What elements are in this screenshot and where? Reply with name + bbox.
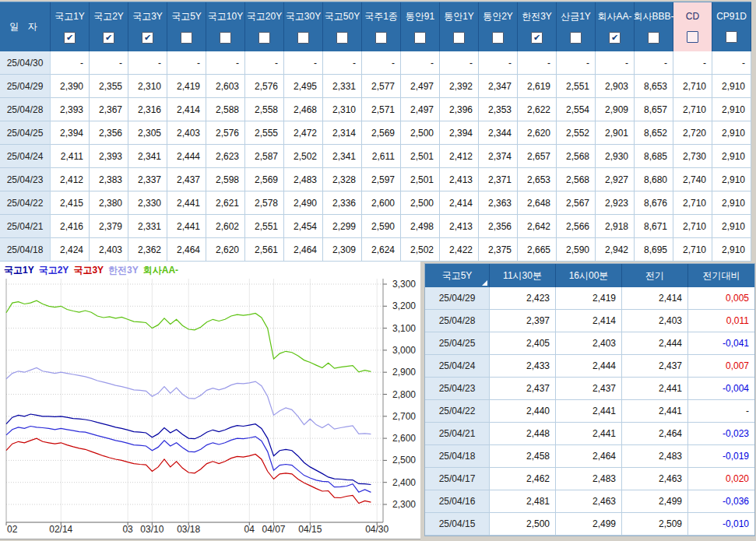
column-checkbox[interactable]	[297, 32, 309, 44]
column-checkbox[interactable]	[648, 32, 659, 44]
column-label: 국고5Y	[171, 10, 202, 23]
series-select-header[interactable]: 국고5Y	[425, 264, 490, 287]
header-col-7[interactable]: 국고30Y	[284, 2, 323, 51]
value-cell: 2,901	[596, 121, 635, 145]
detail-value-cell: 2,499	[622, 490, 688, 513]
header-col-5[interactable]: 국고10Y	[206, 2, 245, 51]
value-cell: -	[635, 51, 673, 75]
header-col-10[interactable]: 통안91	[401, 2, 440, 51]
value-cell: 2,411	[51, 145, 90, 168]
value-cell: 2,710	[673, 75, 712, 98]
detail-value-cell: 2,437	[622, 355, 688, 378]
column-checkbox[interactable]: ✔	[103, 32, 114, 44]
detail-row: 25/04/232,4372,4372,441-0,004	[425, 378, 754, 400]
column-checkbox[interactable]	[492, 32, 504, 44]
corner-triangle-icon	[482, 280, 487, 286]
column-checkbox[interactable]: ✔	[609, 32, 621, 44]
col-diff-header: 전기대비	[688, 264, 754, 287]
value-cell: 2,330	[128, 191, 167, 215]
header-col-2[interactable]: 국고2Y✔	[90, 2, 128, 51]
legend-item-5: 회사AA-	[143, 265, 178, 276]
value-cell: 2,720	[673, 121, 712, 145]
header-col-12[interactable]: 통안2Y	[479, 2, 518, 51]
value-cell: 2,710	[673, 98, 712, 121]
column-checkbox[interactable]	[453, 32, 465, 44]
column-checkbox[interactable]	[181, 32, 192, 44]
column-label: 회사AA-	[597, 10, 631, 23]
header-col-8[interactable]: 국고50Y	[323, 2, 362, 51]
detail-value-cell: 2,437	[556, 378, 622, 400]
column-checkbox[interactable]	[220, 32, 231, 44]
value-cell: 2,393	[90, 145, 128, 168]
value-cell: 2,910	[712, 238, 751, 262]
detail-value-cell: 2,433	[490, 355, 556, 378]
detail-row: 25/04/152,5002,4992,509-0,010	[425, 513, 754, 536]
detail-date-cell: 25/04/16	[425, 490, 490, 513]
value-cell: 2,597	[362, 168, 401, 191]
value-cell: 2,600	[362, 191, 401, 215]
value-cell: 2,497	[401, 98, 440, 121]
value-cell: -	[557, 51, 596, 75]
column-checkbox[interactable]	[375, 32, 387, 44]
value-cell: 2,464	[284, 238, 323, 262]
value-cell: 2,490	[284, 191, 323, 215]
header-col-6[interactable]: 국고20Y	[245, 2, 284, 51]
column-checkbox[interactable]	[336, 32, 348, 44]
legend-item-3: 국고3Y	[73, 265, 104, 276]
column-label: 통안91	[406, 10, 434, 23]
y-tick-label: 3,200	[392, 300, 416, 311]
column-checkbox[interactable]: ✔	[64, 32, 76, 44]
header-col-13[interactable]: 한전3Y✔	[518, 2, 557, 51]
header-col-17[interactable]: CD	[673, 2, 712, 51]
value-cell: 2,412	[440, 145, 479, 168]
value-cell: 2,740	[673, 168, 712, 191]
column-checkbox[interactable]	[687, 31, 698, 43]
value-cell: 2,483	[284, 168, 323, 191]
header-col-4[interactable]: 국고5Y	[167, 2, 206, 51]
value-cell: 2,344	[479, 121, 518, 145]
header-col-9[interactable]: 국주1종	[362, 2, 401, 51]
value-cell: 2,379	[90, 215, 128, 238]
value-cell: 2,623	[206, 145, 245, 168]
value-cell: 2,642	[518, 215, 557, 238]
header-col-15[interactable]: 회사AA-✔	[596, 2, 635, 51]
column-checkbox[interactable]: ✔	[142, 32, 153, 44]
value-cell: 2,380	[90, 191, 128, 215]
value-cell: 2,710	[673, 238, 712, 262]
value-cell: -	[596, 51, 635, 75]
value-cell: 2,577	[362, 75, 401, 98]
value-cell: 2,927	[596, 168, 635, 191]
value-cell: 2,578	[245, 191, 284, 215]
column-checkbox[interactable]	[570, 32, 582, 44]
header-col-1[interactable]: 국고1Y✔	[51, 2, 90, 51]
detail-diff-cell: -0,036	[688, 490, 754, 513]
column-checkbox[interactable]	[258, 32, 270, 44]
column-checkbox[interactable]: ✔	[531, 32, 543, 44]
rates-table-body: 25/04/30------------------25/04/292,3902…	[0, 51, 751, 262]
value-cell: 2,909	[596, 98, 635, 121]
value-cell: 2,590	[557, 238, 596, 262]
header-col-11[interactable]: 통안1Y	[440, 2, 479, 51]
detail-value-cell: 2,441	[556, 423, 622, 445]
column-checkbox[interactable]	[414, 32, 426, 44]
value-cell: 2,413	[440, 215, 479, 238]
header-col-14[interactable]: 산금1Y	[557, 2, 596, 51]
value-cell: 2,561	[245, 238, 284, 262]
y-tick-label: 2,900	[392, 367, 416, 378]
detail-value-cell: 2,441	[622, 378, 688, 400]
value-cell: -	[90, 51, 128, 75]
header-col-16[interactable]: 회사BBB-	[635, 2, 673, 51]
value-cell: 2,371	[479, 168, 518, 191]
value-cell: 2,316	[128, 98, 167, 121]
value-cell: 2,568	[557, 168, 596, 191]
detail-date-cell: 25/04/22	[425, 400, 490, 423]
column-checkbox[interactable]	[726, 31, 737, 43]
column-label: 국고30Y	[286, 10, 321, 23]
value-cell: 2,468	[284, 98, 323, 121]
value-cell: 2,403	[167, 121, 206, 145]
column-label: 국고2Y	[93, 10, 124, 23]
value-cell: 2,441	[167, 191, 206, 215]
legend-item-2: 국고2Y	[39, 265, 69, 276]
header-col-3[interactable]: 국고3Y✔	[128, 2, 167, 51]
header-col-18[interactable]: CP91D	[712, 2, 751, 51]
